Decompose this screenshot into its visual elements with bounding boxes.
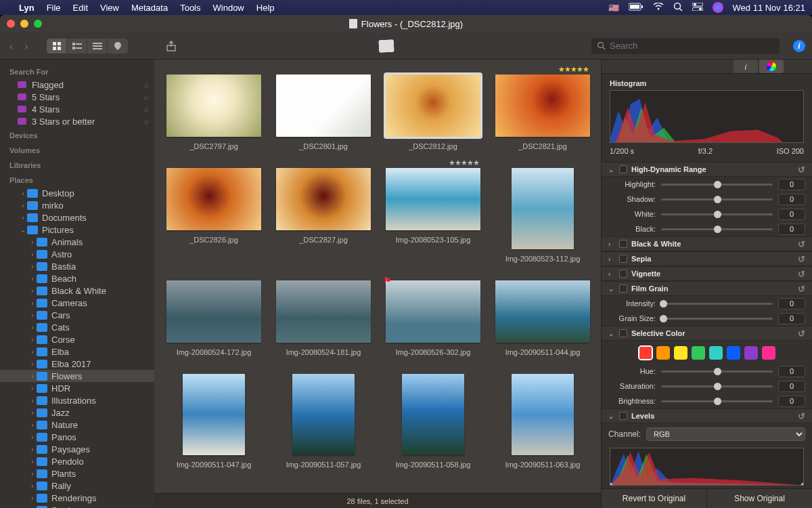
menu-edit[interactable]: Edit	[73, 3, 88, 13]
sidebar-folder-panos[interactable]: ›Panos	[0, 431, 154, 443]
swatch[interactable]	[709, 346, 723, 360]
chevron-right-icon[interactable]: ›	[28, 385, 37, 392]
section-sepia[interactable]: ›Sepia↺	[602, 251, 812, 266]
sidebar-folder-jazz[interactable]: ›Jazz	[0, 406, 154, 419]
sidebar-folder-cats[interactable]: ›Cats	[0, 321, 154, 333]
chevron-right-icon[interactable]: ›	[28, 409, 37, 417]
chevron-right-icon[interactable]: ›	[28, 433, 37, 441]
reset-icon[interactable]: ↺	[798, 165, 805, 175]
share-button[interactable]	[162, 38, 181, 54]
thumbnail[interactable]: ⚑Img-20080526-302.jpg	[379, 280, 487, 356]
chevron-down-icon[interactable]: ⌄	[19, 226, 27, 234]
slider-value[interactable]: 0	[778, 224, 805, 235]
chevron-right-icon[interactable]: ›	[28, 373, 37, 380]
thumbnail[interactable]: Img-20090511-058.jpg	[379, 374, 487, 469]
flag-icon[interactable]: ⚑	[383, 275, 392, 286]
wifi-icon[interactable]	[653, 3, 664, 13]
section-checkbox[interactable]	[619, 284, 627, 293]
thumbnail[interactable]: ★★★★★_DSC2821.jpg	[489, 75, 597, 150]
siri-icon[interactable]	[713, 2, 723, 13]
slider-value[interactable]: 0	[778, 298, 805, 310]
chevron-right-icon[interactable]: ›	[28, 360, 37, 368]
chevron-right-icon[interactable]: ›	[28, 287, 37, 295]
sidebar-smart-5-stars[interactable]: 5 Stars⌕	[0, 91, 154, 103]
spotlight-icon[interactable]	[673, 2, 683, 14]
search-field[interactable]	[591, 38, 780, 54]
sidebar-folder-desktop[interactable]: ›Desktop	[0, 187, 154, 199]
section-selective-color[interactable]: ⌄Selective Color↺	[602, 326, 812, 341]
search-input[interactable]	[610, 41, 774, 51]
chevron-right-icon[interactable]: ›	[28, 251, 37, 258]
chevron-right-icon[interactable]: ›	[28, 482, 37, 490]
sidebar-folder-beach[interactable]: ›Beach	[0, 272, 154, 284]
info-button[interactable]: i	[793, 40, 805, 52]
sidebar-folder-plants[interactable]: ›Plants	[0, 467, 154, 480]
chevron-right-icon[interactable]: ›	[19, 202, 27, 209]
levels-graph[interactable]	[610, 448, 804, 486]
sidebar-folder-animals[interactable]: ›Animals	[0, 236, 154, 248]
sidebar-folder-illustrations[interactable]: ›Illustrations	[0, 394, 154, 406]
section-checkbox[interactable]	[619, 255, 627, 263]
slider-value[interactable]: 0	[778, 209, 805, 220]
levels-black-handle[interactable]	[610, 479, 614, 486]
swatch[interactable]	[762, 346, 775, 360]
sidebar-folder-elba[interactable]: ›Elba	[0, 345, 154, 358]
sidebar-folder-rally[interactable]: ›Rally	[0, 480, 154, 492]
view-map-button[interactable]	[108, 39, 128, 54]
chevron-right-icon[interactable]: ›	[28, 470, 37, 478]
menu-view[interactable]: View	[100, 3, 119, 13]
thumbnail[interactable]: _DSC2797.jpg	[160, 75, 268, 150]
thumbnail[interactable]: Img-20090511-047.jpg	[160, 374, 268, 469]
sidebar-folder-pendolo[interactable]: ›Pendolo	[0, 455, 154, 467]
section-checkbox[interactable]	[619, 240, 627, 248]
thumbnail[interactable]: Img-20090511-063.jpg	[489, 374, 597, 469]
slider-value[interactable]: 0	[778, 313, 805, 324]
chevron-right-icon[interactable]: ›	[28, 299, 37, 307]
view-filmstrip-button[interactable]	[67, 39, 87, 54]
section-vignette[interactable]: ›Vignette↺	[602, 266, 812, 281]
slider-track[interactable]	[661, 184, 773, 186]
reset-icon[interactable]: ↺	[798, 284, 805, 294]
battery-icon[interactable]	[629, 3, 644, 13]
slider-knob[interactable]	[714, 211, 721, 218]
chevron-right-icon[interactable]: ›	[28, 446, 37, 453]
section-high-dynamic-range[interactable]: ⌄High-Dynamic Range↺	[602, 162, 812, 177]
thumbnail[interactable]: _DSC2812.jpg	[379, 75, 487, 150]
zoom-window-button[interactable]	[34, 20, 42, 28]
slider-knob[interactable]	[714, 398, 721, 405]
swatch[interactable]	[639, 346, 652, 360]
slider-value[interactable]: 0	[778, 194, 805, 205]
menu-window[interactable]: Window	[213, 3, 244, 13]
flag-icon[interactable]: 🇺🇸	[608, 3, 619, 13]
sidebar-smart-4-stars[interactable]: 4 Stars⌕	[0, 103, 154, 115]
slider-track[interactable]	[661, 198, 773, 200]
menubar-datetime[interactable]: Wed 11 Nov 16:21	[733, 3, 805, 13]
app-menu[interactable]: Lyn	[19, 3, 35, 13]
thumbnail[interactable]: _DSC2827.jpg	[269, 168, 378, 263]
slider-value[interactable]: 0	[778, 381, 805, 392]
sidebar-folder-mirko[interactable]: ›mirko	[0, 199, 154, 211]
chevron-right-icon[interactable]: ›	[28, 397, 37, 404]
slider-track[interactable]	[661, 213, 773, 215]
channel-select[interactable]: RGB	[646, 427, 805, 441]
section-film-grain[interactable]: ⌄Film Grain↺	[602, 281, 812, 296]
slider-knob[interactable]	[714, 181, 721, 188]
thumbnail[interactable]: Img-20080524-181.jpg	[269, 280, 378, 356]
rating-stars[interactable]: ★★★★★	[558, 65, 589, 74]
chevron-right-icon[interactable]: ›	[28, 421, 37, 429]
sidebar-folder-sardegna[interactable]: ›Sardegna	[0, 504, 154, 508]
chevron-right-icon[interactable]: ›	[28, 458, 37, 465]
chevron-right-icon[interactable]: ›	[28, 263, 37, 270]
section-black-white[interactable]: ›Black & White↺	[602, 236, 812, 251]
reset-icon[interactable]: ↺	[798, 329, 805, 339]
sidebar-folder-elba-2017[interactable]: ›Elba 2017	[0, 358, 154, 370]
chevron-right-icon[interactable]: ›	[28, 238, 37, 246]
sidebar-smart-flagged[interactable]: Flagged⌕	[0, 79, 154, 91]
thumbnail[interactable]: _DSC2826.jpg	[160, 168, 268, 263]
thumbnail-grid-scroll[interactable]: _DSC2797.jpg_DSC2801.jpg_DSC2812.jpg★★★★…	[154, 60, 601, 493]
section-checkbox[interactable]	[619, 412, 627, 420]
sidebar-folder-astro[interactable]: ›Astro	[0, 248, 154, 260]
sidebar-folder-renderings[interactable]: ›Renderings	[0, 492, 154, 504]
thumbnail[interactable]: Img-20090511-044.jpg	[489, 280, 597, 356]
menu-help[interactable]: Help	[256, 3, 275, 13]
